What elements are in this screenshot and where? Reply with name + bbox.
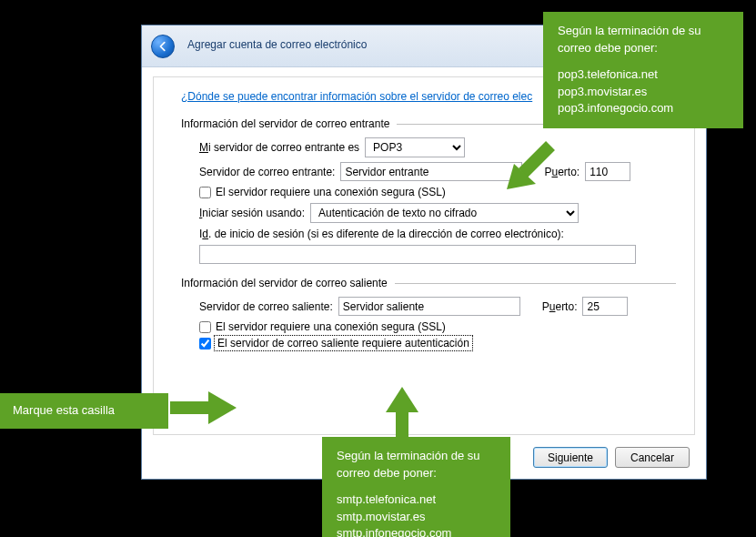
login-id-label-row: Id. de inicio de sesión (si es diferente… — [199, 228, 676, 240]
outgoing-auth-row: El servidor de correo saliente requiere … — [199, 337, 676, 350]
incoming-group-label: Información del servidor de correo entra… — [181, 117, 389, 130]
incoming-server-row: Servidor de correo entrante: Puerto: — [199, 162, 676, 181]
incoming-port-input[interactable] — [585, 162, 630, 181]
callout-text: smtp.infonegocio.com — [337, 525, 496, 537]
callout-text: pop3.infonegocio.com — [558, 100, 729, 117]
incoming-type-select[interactable]: POP3 — [365, 137, 465, 157]
callout-text: pop3.telefonica.net — [558, 66, 729, 84]
incoming-ssl-row: El servidor requiere una conexión segura… — [199, 186, 676, 198]
outgoing-group-header: Información del servidor de correo salie… — [181, 277, 676, 289]
divider — [395, 283, 676, 284]
outgoing-ssl-checkbox[interactable] — [199, 321, 211, 333]
outgoing-ssl-label: El servidor requiere una conexión segura… — [216, 320, 446, 333]
incoming-type-row: Mi servidor de correo entrante es POP3 — [199, 137, 676, 157]
incoming-ssl-label: El servidor requiere una conexión segura… — [216, 186, 446, 198]
outgoing-port-label: Puerto: — [542, 300, 578, 313]
dialog-title: Agregar cuenta de correo electrónico — [187, 38, 367, 51]
callout-text: Según la terminación de su correo debe p… — [337, 448, 496, 482]
callout-text: Según la terminación de su correo debe p… — [558, 23, 729, 57]
outgoing-server-row: Servidor de correo saliente: Puerto: — [199, 297, 676, 316]
login-method-select[interactable]: Autenticación de texto no cifrado — [310, 203, 579, 223]
arrow-to-auth-checkbox-icon — [170, 390, 238, 426]
dialog-buttons: Siguiente Cancelar — [533, 447, 690, 468]
dialog-content: ¿Dónde se puede encontrar información so… — [153, 76, 695, 435]
login-method-label: Iniciar sesión usando: — [199, 207, 305, 219]
outgoing-auth-label: El servidor de correo saliente requiere … — [216, 337, 471, 350]
callout-check-this-box: Marque esta casilla — [0, 393, 168, 429]
cancel-button[interactable]: Cancelar — [615, 447, 690, 468]
callout-outgoing-servers: Según la terminación de su correo debe p… — [322, 437, 510, 537]
back-button[interactable] — [151, 35, 175, 58]
callout-text: smtp.movistar.es — [337, 509, 496, 526]
outgoing-auth-checkbox[interactable] — [199, 338, 211, 350]
incoming-server-label: Servidor de correo entrante: — [199, 166, 335, 178]
login-id-input[interactable] — [199, 245, 636, 264]
outgoing-server-input[interactable] — [338, 297, 520, 316]
login-id-label: Id. de inicio de sesión (si es diferente… — [199, 228, 564, 240]
callout-text: smtp.telefonica.net — [337, 491, 496, 509]
next-button[interactable]: Siguiente — [533, 447, 608, 468]
outgoing-port-input[interactable] — [582, 297, 628, 316]
arrow-to-outgoing-server-icon — [384, 387, 420, 441]
callout-text: pop3.movistar.es — [558, 84, 729, 101]
svg-rect-0 — [170, 401, 211, 414]
outgoing-server-label: Servidor de correo saliente: — [199, 300, 333, 313]
incoming-ssl-checkbox[interactable] — [199, 187, 211, 198]
callout-incoming-servers: Según la terminación de su correo debe p… — [543, 12, 743, 128]
arrow-to-incoming-server-icon — [496, 137, 559, 200]
back-arrow-icon — [156, 40, 169, 53]
outgoing-group-label: Información del servidor de correo salie… — [181, 277, 388, 289]
callout-text: Marque esta casilla — [13, 403, 115, 417]
login-method-row: Iniciar sesión usando: Autenticación de … — [199, 203, 676, 223]
incoming-type-label: Mi servidor de correo entrante es — [199, 141, 359, 154]
outgoing-ssl-row: El servidor requiere una conexión segura… — [199, 320, 676, 333]
help-link[interactable]: ¿Dónde se puede encontrar información so… — [181, 90, 532, 103]
